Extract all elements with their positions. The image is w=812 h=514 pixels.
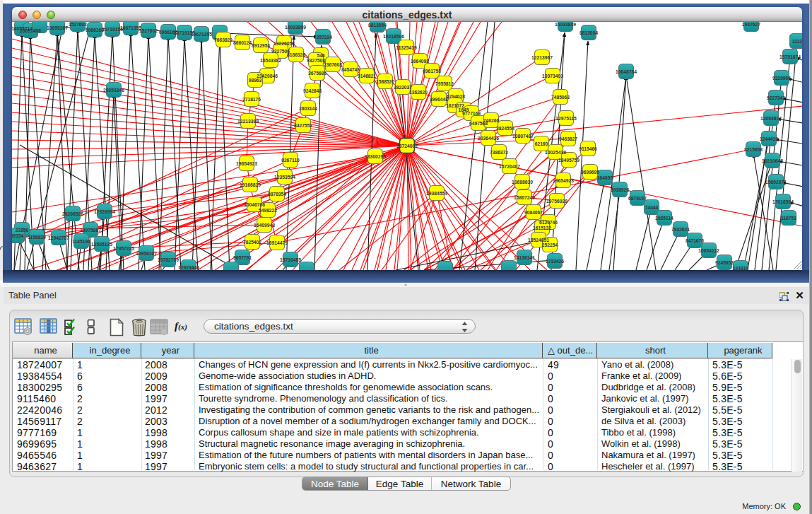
svg-text:8813054: 8813054	[368, 23, 387, 28]
svg-text:252254: 252254	[542, 243, 558, 247]
svg-text:12505135: 12505135	[91, 242, 112, 247]
svg-text:1588520: 1588520	[376, 79, 394, 84]
svg-text:16210643: 16210643	[762, 158, 783, 163]
svg-text:8471676: 8471676	[686, 238, 704, 243]
svg-text:116753: 116753	[781, 216, 796, 221]
svg-text:7357224: 7357224	[314, 35, 332, 40]
svg-text:18524851: 18524851	[528, 238, 549, 243]
svg-text:12942757: 12942757	[48, 235, 69, 240]
svg-text:8454749: 8454749	[341, 67, 360, 72]
svg-text:1156829: 1156829	[28, 235, 46, 240]
svg-text:164095: 164095	[597, 175, 613, 180]
svg-text:18300295: 18300295	[365, 154, 386, 159]
svg-text:7932621: 7932621	[671, 227, 690, 232]
svg-text:2367608: 2367608	[324, 62, 342, 67]
svg-text:7485063: 7485063	[551, 95, 570, 100]
svg-text:8267110: 8267110	[281, 158, 300, 163]
svg-text:10958107: 10958107	[136, 251, 157, 256]
svg-text:16782759: 16782759	[158, 257, 179, 262]
svg-text:16033809: 16033809	[285, 25, 306, 30]
svg-text:62160: 62160	[535, 141, 548, 146]
svg-text:2935114: 2935114	[655, 216, 673, 221]
svg-text:546: 546	[317, 53, 324, 58]
svg-text:16648784: 16648784	[616, 69, 637, 74]
svg-text:19654923: 19654923	[553, 178, 574, 183]
svg-text:7386372: 7386372	[490, 150, 508, 155]
svg-text:9242848: 9242848	[303, 88, 322, 93]
svg-text:12213389: 12213389	[237, 119, 259, 124]
svg-text:7625402: 7625402	[243, 240, 261, 245]
svg-text:9777169: 9777169	[462, 111, 481, 116]
svg-text:7955812: 7955812	[435, 81, 454, 86]
svg-text:10654112: 10654112	[698, 248, 719, 253]
svg-text:20364436: 20364436	[478, 136, 499, 141]
svg-text:8186328: 8186328	[287, 52, 305, 57]
svg-text:39154: 39154	[12, 233, 24, 238]
svg-text:14136141: 14136141	[514, 255, 535, 260]
svg-text:12975115: 12975115	[555, 116, 577, 121]
svg-text:11325419: 11325419	[396, 45, 417, 50]
svg-text:15716485: 15716485	[280, 257, 301, 262]
svg-text:7663822: 7663822	[214, 37, 233, 42]
svg-text:9084067: 9084067	[524, 210, 543, 215]
svg-text:15720407: 15720407	[499, 164, 520, 169]
svg-text:10688639: 10688639	[512, 180, 533, 185]
svg-text:18724007: 18724007	[396, 144, 418, 148]
svg-text:1362620: 1362620	[409, 90, 428, 95]
svg-text:10025438: 10025438	[545, 150, 566, 155]
svg-text:2937627: 2937627	[742, 22, 760, 27]
svg-text:746266: 746266	[483, 118, 500, 123]
svg-text:10046766: 10046766	[244, 202, 265, 207]
svg-text:16671355: 16671355	[191, 32, 212, 37]
svg-text:15807249: 15807249	[514, 195, 535, 200]
svg-text:9115460: 9115460	[579, 146, 597, 151]
svg-text:3824554: 3824554	[496, 126, 514, 131]
svg-text:8912954: 8912954	[252, 43, 270, 48]
svg-text:10655267: 10655267	[47, 25, 68, 30]
svg-text:1664092: 1664092	[411, 59, 429, 64]
svg-text:8215958: 8215958	[744, 147, 763, 152]
svg-text:26206526: 26206526	[62, 211, 83, 216]
svg-text:15692971: 15692971	[765, 180, 787, 185]
svg-text:8660124: 8660124	[233, 40, 252, 45]
svg-text:9699695: 9699695	[581, 170, 599, 175]
svg-text:2803144: 2803144	[299, 106, 317, 111]
svg-text:6879197: 6879197	[628, 196, 647, 201]
svg-text:9463627: 9463627	[559, 136, 577, 141]
svg-text:19975887: 19975887	[80, 228, 101, 233]
svg-text:10807487: 10807487	[512, 134, 534, 139]
svg-text:19756928: 19756928	[546, 199, 567, 204]
svg-text:1145194: 1145194	[72, 239, 90, 244]
svg-text:12353594: 12353594	[274, 175, 295, 180]
svg-text:9146821: 9146821	[358, 74, 376, 78]
svg-text:8878354: 8878354	[268, 192, 286, 197]
svg-text:8813054: 8813054	[579, 30, 598, 35]
svg-text:3675685: 3675685	[308, 71, 326, 76]
svg-text:12213967: 12213967	[531, 55, 553, 60]
svg-text:98963: 98963	[249, 78, 262, 83]
svg-text:3822037: 3822037	[394, 85, 412, 90]
svg-text:9327508: 9327508	[307, 58, 325, 63]
svg-text:1112: 1112	[792, 39, 802, 44]
svg-text:5498222: 5498222	[259, 208, 277, 213]
svg-text:6961758: 6961758	[423, 69, 441, 74]
svg-text:8427552: 8427552	[294, 123, 312, 128]
svg-text:12093872: 12093872	[760, 116, 782, 121]
svg-text:15751074: 15751074	[779, 54, 801, 59]
svg-text:1733426: 1733426	[546, 259, 564, 264]
svg-text:6794028: 6794028	[447, 94, 465, 99]
svg-text:17016504: 17016504	[772, 199, 794, 204]
svg-text:6120746: 6120746	[539, 220, 558, 225]
svg-text:16671355: 16671355	[120, 25, 141, 30]
svg-text:19654923: 19654923	[236, 161, 257, 166]
svg-text:1527602: 1527602	[139, 28, 158, 33]
svg-text:16543382: 16543382	[260, 58, 281, 63]
svg-text:9657791: 9657791	[233, 255, 252, 260]
svg-text:8990448: 8990448	[430, 97, 448, 102]
svg-text:74444: 74444	[645, 205, 659, 210]
svg-text:19384554: 19384554	[426, 191, 447, 196]
svg-text:12923446: 12923446	[178, 265, 199, 270]
svg-text:9329906: 9329906	[772, 76, 791, 81]
svg-text:2718176: 2718176	[242, 97, 261, 102]
svg-text:8938928: 8938928	[611, 187, 629, 192]
